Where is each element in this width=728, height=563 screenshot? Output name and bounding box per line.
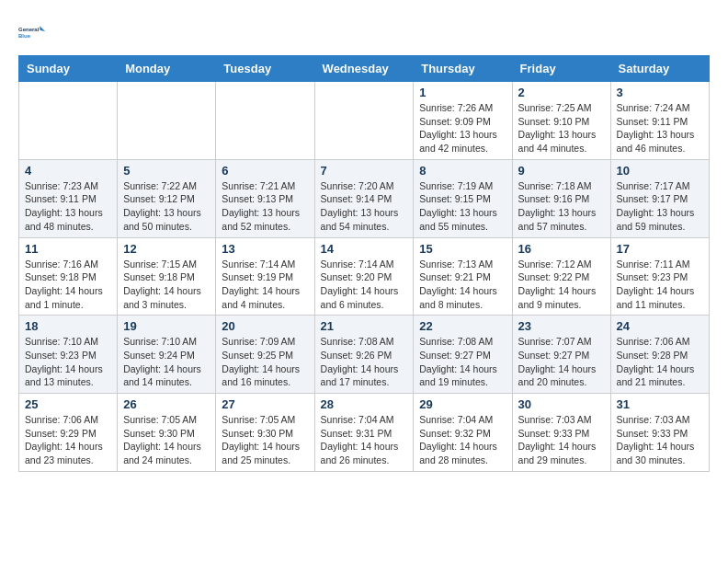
day-number: 3	[617, 86, 703, 99]
day-info: Sunrise: 7:25 AM Sunset: 9:10 PM Dayligh…	[518, 101, 605, 155]
day-number: 10	[617, 164, 703, 178]
logo: GeneralBlue	[18, 18, 46, 46]
calendar-cell: 25Sunrise: 7:06 AM Sunset: 9:29 PM Dayli…	[19, 394, 118, 472]
day-number: 5	[123, 164, 210, 178]
calendar-cell	[314, 82, 414, 160]
calendar-cell: 13Sunrise: 7:14 AM Sunset: 9:19 PM Dayli…	[216, 237, 314, 316]
day-number: 6	[222, 164, 308, 178]
calendar-week-row: 1Sunrise: 7:26 AM Sunset: 9:09 PM Daylig…	[19, 82, 710, 160]
day-number: 22	[419, 319, 506, 333]
column-header-thursday: Thursday	[414, 56, 512, 82]
calendar-cell: 12Sunrise: 7:15 AM Sunset: 9:18 PM Dayli…	[118, 237, 216, 316]
calendar-cell: 15Sunrise: 7:13 AM Sunset: 9:21 PM Dayli…	[414, 237, 512, 316]
calendar-cell: 10Sunrise: 7:17 AM Sunset: 9:17 PM Dayli…	[610, 159, 709, 237]
day-number: 26	[123, 397, 210, 411]
calendar-cell: 11Sunrise: 7:16 AM Sunset: 9:18 PM Dayli…	[19, 237, 118, 316]
calendar-week-row: 11Sunrise: 7:16 AM Sunset: 9:18 PM Dayli…	[19, 237, 710, 316]
day-number: 23	[518, 319, 605, 333]
calendar-cell: 26Sunrise: 7:05 AM Sunset: 9:30 PM Dayli…	[118, 394, 216, 472]
day-number: 24	[617, 319, 703, 333]
day-info: Sunrise: 7:11 AM Sunset: 9:23 PM Dayligh…	[617, 258, 703, 312]
header: GeneralBlue	[18, 18, 710, 46]
day-number: 17	[617, 242, 703, 256]
day-info: Sunrise: 7:14 AM Sunset: 9:20 PM Dayligh…	[321, 258, 408, 312]
calendar-cell: 3Sunrise: 7:24 AM Sunset: 9:11 PM Daylig…	[610, 82, 709, 160]
calendar-week-row: 4Sunrise: 7:23 AM Sunset: 9:11 PM Daylig…	[19, 159, 710, 237]
calendar-cell: 22Sunrise: 7:08 AM Sunset: 9:27 PM Dayli…	[414, 316, 512, 394]
day-number: 28	[321, 397, 408, 411]
day-info: Sunrise: 7:08 AM Sunset: 9:26 PM Dayligh…	[321, 335, 408, 389]
calendar-cell: 27Sunrise: 7:05 AM Sunset: 9:30 PM Dayli…	[216, 394, 314, 472]
calendar-week-row: 25Sunrise: 7:06 AM Sunset: 9:29 PM Dayli…	[19, 394, 710, 472]
day-info: Sunrise: 7:03 AM Sunset: 9:33 PM Dayligh…	[617, 413, 703, 467]
svg-text:Blue: Blue	[18, 33, 31, 39]
day-info: Sunrise: 7:23 AM Sunset: 9:11 PM Dayligh…	[25, 179, 111, 234]
day-info: Sunrise: 7:05 AM Sunset: 9:30 PM Dayligh…	[222, 413, 308, 467]
calendar-cell: 2Sunrise: 7:25 AM Sunset: 9:10 PM Daylig…	[512, 82, 610, 160]
day-number: 29	[419, 397, 506, 411]
day-number: 27	[222, 397, 308, 411]
calendar-cell: 24Sunrise: 7:06 AM Sunset: 9:28 PM Dayli…	[610, 316, 709, 394]
column-header-sunday: Sunday	[19, 56, 118, 82]
calendar-cell: 16Sunrise: 7:12 AM Sunset: 9:22 PM Dayli…	[512, 237, 610, 316]
calendar-cell: 7Sunrise: 7:20 AM Sunset: 9:14 PM Daylig…	[314, 159, 414, 237]
calendar-cell	[118, 82, 216, 160]
calendar-cell: 14Sunrise: 7:14 AM Sunset: 9:20 PM Dayli…	[314, 237, 414, 316]
day-number: 7	[321, 164, 408, 178]
day-number: 13	[222, 242, 308, 256]
calendar-cell: 6Sunrise: 7:21 AM Sunset: 9:13 PM Daylig…	[216, 159, 314, 237]
day-number: 15	[419, 242, 506, 256]
day-number: 18	[25, 319, 111, 333]
calendar-cell: 19Sunrise: 7:10 AM Sunset: 9:24 PM Dayli…	[118, 316, 216, 394]
calendar-cell: 31Sunrise: 7:03 AM Sunset: 9:33 PM Dayli…	[610, 394, 709, 472]
column-header-wednesday: Wednesday	[314, 56, 414, 82]
day-info: Sunrise: 7:03 AM Sunset: 9:33 PM Dayligh…	[518, 413, 605, 467]
calendar-cell: 28Sunrise: 7:04 AM Sunset: 9:31 PM Dayli…	[314, 394, 414, 472]
calendar-week-row: 18Sunrise: 7:10 AM Sunset: 9:23 PM Dayli…	[19, 316, 710, 394]
day-number: 31	[617, 397, 703, 411]
calendar-cell	[19, 82, 118, 160]
column-header-saturday: Saturday	[610, 56, 709, 82]
day-number: 20	[222, 319, 308, 333]
calendar-header-row: SundayMondayTuesdayWednesdayThursdayFrid…	[19, 56, 710, 82]
day-number: 21	[321, 319, 408, 333]
day-number: 14	[321, 242, 408, 256]
calendar-table: SundayMondayTuesdayWednesdayThursdayFrid…	[18, 55, 710, 472]
svg-text:General: General	[18, 27, 40, 32]
day-info: Sunrise: 7:05 AM Sunset: 9:30 PM Dayligh…	[123, 413, 210, 467]
day-info: Sunrise: 7:16 AM Sunset: 9:18 PM Dayligh…	[25, 258, 111, 312]
svg-marker-2	[40, 26, 45, 31]
day-info: Sunrise: 7:04 AM Sunset: 9:31 PM Dayligh…	[321, 413, 408, 467]
day-info: Sunrise: 7:24 AM Sunset: 9:11 PM Dayligh…	[617, 101, 703, 155]
day-info: Sunrise: 7:26 AM Sunset: 9:09 PM Dayligh…	[419, 101, 506, 155]
column-header-friday: Friday	[512, 56, 610, 82]
day-info: Sunrise: 7:14 AM Sunset: 9:19 PM Dayligh…	[222, 258, 308, 312]
calendar-cell: 17Sunrise: 7:11 AM Sunset: 9:23 PM Dayli…	[610, 237, 709, 316]
day-number: 16	[518, 242, 605, 256]
logo-icon: GeneralBlue	[18, 18, 46, 46]
day-number: 11	[25, 242, 111, 256]
calendar-cell: 21Sunrise: 7:08 AM Sunset: 9:26 PM Dayli…	[314, 316, 414, 394]
day-number: 2	[518, 86, 605, 99]
day-info: Sunrise: 7:06 AM Sunset: 9:29 PM Dayligh…	[25, 413, 111, 467]
day-info: Sunrise: 7:06 AM Sunset: 9:28 PM Dayligh…	[617, 335, 703, 389]
calendar-cell: 29Sunrise: 7:04 AM Sunset: 9:32 PM Dayli…	[414, 394, 512, 472]
calendar-cell: 9Sunrise: 7:18 AM Sunset: 9:16 PM Daylig…	[512, 159, 610, 237]
day-info: Sunrise: 7:08 AM Sunset: 9:27 PM Dayligh…	[419, 335, 506, 389]
day-number: 30	[518, 397, 605, 411]
calendar-cell: 5Sunrise: 7:22 AM Sunset: 9:12 PM Daylig…	[118, 159, 216, 237]
day-info: Sunrise: 7:10 AM Sunset: 9:24 PM Dayligh…	[123, 335, 210, 389]
day-number: 8	[419, 164, 506, 178]
day-info: Sunrise: 7:22 AM Sunset: 9:12 PM Dayligh…	[123, 179, 210, 234]
day-number: 4	[25, 164, 111, 178]
calendar-cell	[216, 82, 314, 160]
day-number: 19	[123, 319, 210, 333]
day-info: Sunrise: 7:09 AM Sunset: 9:25 PM Dayligh…	[222, 335, 308, 389]
day-number: 9	[518, 164, 605, 178]
calendar-cell: 4Sunrise: 7:23 AM Sunset: 9:11 PM Daylig…	[19, 159, 118, 237]
day-info: Sunrise: 7:15 AM Sunset: 9:18 PM Dayligh…	[123, 258, 210, 312]
day-info: Sunrise: 7:13 AM Sunset: 9:21 PM Dayligh…	[419, 258, 506, 312]
calendar-cell: 23Sunrise: 7:07 AM Sunset: 9:27 PM Dayli…	[512, 316, 610, 394]
day-info: Sunrise: 7:07 AM Sunset: 9:27 PM Dayligh…	[518, 335, 605, 389]
day-info: Sunrise: 7:19 AM Sunset: 9:15 PM Dayligh…	[419, 179, 506, 234]
